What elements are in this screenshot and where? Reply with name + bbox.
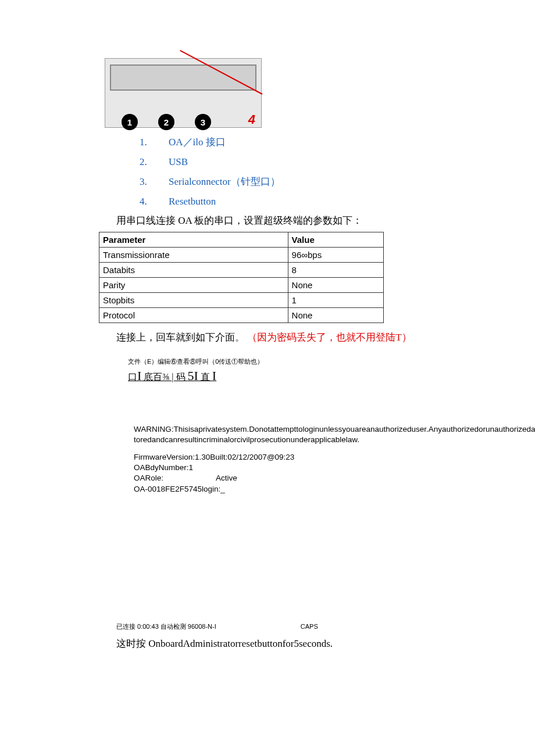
- terminal-output: WARNING:Thisisaprivatesystem.Donotattemp…: [134, 424, 436, 495]
- diagram-marker-3: 3: [195, 114, 211, 130]
- serial-instruction: 用串口线连接 OA 板的串口，设置超级终端的参数如下：: [116, 214, 436, 227]
- table-header: Value: [288, 232, 383, 248]
- parameter-table: Parameter Value Transmissionrate96∞bps D…: [99, 232, 384, 323]
- table-row: Databits8: [99, 263, 384, 278]
- port-num: 3.: [140, 172, 169, 192]
- port-num: 1.: [140, 132, 169, 152]
- table-row: ParityNone: [99, 278, 384, 293]
- port-label: USB: [169, 152, 188, 172]
- port-label: Resetbutton: [169, 192, 216, 212]
- terminal-warning: toredandcanresultincriminalorcivilprosec…: [134, 435, 359, 444]
- oa-role-value: Active: [216, 474, 237, 482]
- terminal-menu: 文件（E）编辑⑥查看⑧呼叫（0传送①帮助也）: [128, 357, 436, 366]
- port-num: 2.: [140, 152, 169, 172]
- hardware-diagram: 1 2 3 4: [105, 58, 262, 128]
- table-row: ProtocolNone: [99, 308, 384, 323]
- firmware-version: FirmwareVersion:1.30Built:02/12/2007@09:…: [134, 453, 294, 461]
- desc2-note: （因为密码丢失了，也就不用登陆T）: [247, 332, 411, 343]
- table-header: Parameter: [99, 232, 288, 248]
- diagram-marker-2: 2: [158, 114, 174, 130]
- oa-role-label: OARole:: [134, 474, 163, 482]
- reset-instruction: 这时按 OnboardAdministratorresetbuttonfor5s…: [116, 637, 436, 650]
- caps-indicator: CAPS: [301, 623, 318, 630]
- terminal-statusbar: 已连接 0:00:43 自动检测 96008-N-ICAPS: [116, 622, 436, 631]
- port-list: 1.OA／ilo 接口 2.USB 3.Serialconnector（针型口）…: [140, 132, 436, 212]
- port-label: Serialconnector（针型口）: [169, 172, 280, 192]
- terminal-warning: WARNING:Thisisaprivatesystem.Donotattemp…: [134, 425, 535, 433]
- port-num: 4.: [140, 192, 169, 212]
- table-row: Stopbits1: [99, 293, 384, 308]
- connect-instruction: 连接上，回车就到如下介面。 （因为密码丢失了，也就不用登陆T）: [116, 329, 436, 347]
- connection-status: 已连接 0:00:43 自动检测 96008-N-I: [116, 623, 216, 630]
- port-label: OA／ilo 接口: [169, 132, 226, 152]
- login-prompt: OA-0018FE2F5745login:_: [134, 485, 225, 493]
- terminal-toolbar: 口I 底百⅜ | 码 5I 直 I: [128, 368, 436, 384]
- diagram-marker-1: 1: [122, 114, 138, 130]
- table-row: Transmissionrate96∞bps: [99, 248, 384, 263]
- diagram-marker-4: 4: [248, 112, 255, 127]
- oa-bay: OABdyNumber:1: [134, 463, 193, 472]
- desc2-text: 连接上，回车就到如下介面。: [116, 332, 245, 343]
